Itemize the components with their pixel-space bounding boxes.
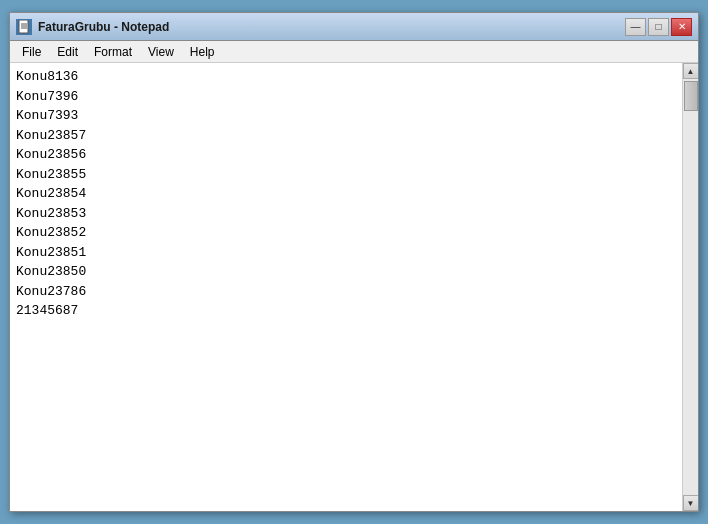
text-line: Konu23786 [16,282,676,302]
menu-item-help[interactable]: Help [182,41,223,62]
scroll-track [683,79,698,495]
text-line: Konu23851 [16,243,676,263]
scroll-thumb[interactable] [684,81,698,111]
text-line: Konu23853 [16,204,676,224]
text-line: Konu23856 [16,145,676,165]
minimize-button[interactable]: — [625,18,646,36]
title-bar: FaturaGrubu - Notepad — □ ✕ [10,13,698,41]
app-icon [16,19,32,35]
window-controls: — □ ✕ [625,18,692,36]
text-line: Konu8136 [16,67,676,87]
text-line: Konu23850 [16,262,676,282]
maximize-button[interactable]: □ [648,18,669,36]
content-area: Konu8136Konu7396Konu7393Konu23857Konu238… [10,63,698,511]
menu-item-edit[interactable]: Edit [49,41,86,62]
text-line: Konu7396 [16,87,676,107]
title-bar-left: FaturaGrubu - Notepad [16,19,169,35]
vertical-scrollbar[interactable]: ▲ ▼ [682,63,698,511]
scroll-up-arrow[interactable]: ▲ [683,63,699,79]
scroll-down-arrow[interactable]: ▼ [683,495,699,511]
text-line: Konu23852 [16,223,676,243]
text-line: 21345687 [16,301,676,321]
text-line: Konu7393 [16,106,676,126]
menu-item-format[interactable]: Format [86,41,140,62]
menu-item-file[interactable]: File [14,41,49,62]
window-title: FaturaGrubu - Notepad [38,20,169,34]
menu-bar: FileEditFormatViewHelp [10,41,698,63]
text-line: Konu23855 [16,165,676,185]
text-line: Konu23857 [16,126,676,146]
text-line: Konu23854 [16,184,676,204]
menu-item-view[interactable]: View [140,41,182,62]
notepad-window: FaturaGrubu - Notepad — □ ✕ FileEditForm… [9,12,699,512]
close-button[interactable]: ✕ [671,18,692,36]
text-editor[interactable]: Konu8136Konu7396Konu7393Konu23857Konu238… [10,63,682,511]
